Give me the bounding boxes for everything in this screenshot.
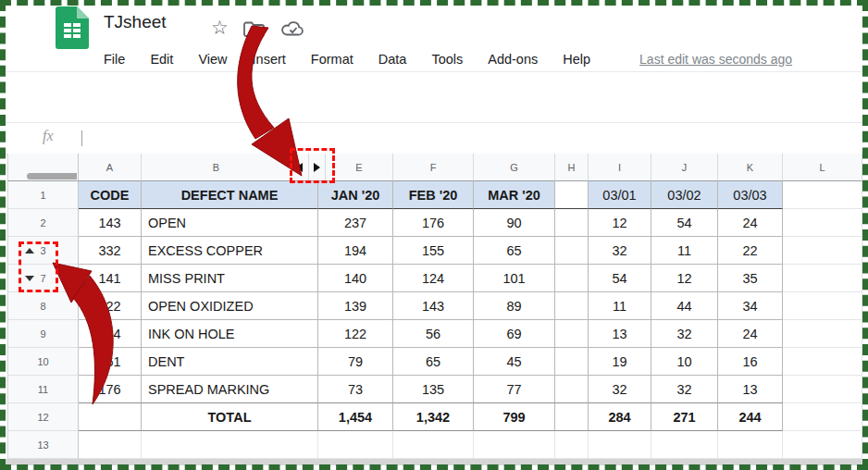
cell-B1[interactable]: DEFECT NAME <box>142 181 318 209</box>
cell-B8[interactable]: OPEN OXIDIZED <box>142 292 318 320</box>
row-header-2[interactable]: 2 <box>7 209 79 237</box>
row-header-13[interactable]: 13 <box>7 431 79 459</box>
cell-H3[interactable] <box>555 237 589 265</box>
cell-H8[interactable] <box>555 292 589 320</box>
row-header-12[interactable]: 12 <box>7 403 79 431</box>
cell-B7[interactable]: MISS PRINT <box>142 265 318 292</box>
cell-A2[interactable]: 143 <box>79 209 142 237</box>
cell-G1[interactable]: MAR '20 <box>474 181 555 209</box>
cell-H11[interactable] <box>555 376 589 403</box>
cell-J8[interactable]: 44 <box>651 292 718 320</box>
cell-K11[interactable]: 13 <box>718 376 783 403</box>
cell-B10[interactable]: DENT <box>142 348 318 376</box>
unhide-columns-left-button[interactable] <box>291 154 308 180</box>
column-header-B[interactable]: B <box>142 154 291 181</box>
cell-F1[interactable]: FEB '20 <box>393 181 474 209</box>
cell-F9[interactable]: 56 <box>393 320 474 348</box>
cell-G2[interactable]: 90 <box>474 209 555 237</box>
cell-H9[interactable] <box>555 320 589 348</box>
cell-E9[interactable]: 122 <box>318 320 393 348</box>
cell-G10[interactable]: 45 <box>474 348 555 376</box>
cell-E8[interactable]: 139 <box>318 292 393 320</box>
cell-E1[interactable]: JAN '20 <box>318 181 393 209</box>
cell-L9[interactable] <box>783 320 862 348</box>
column-header-J[interactable]: J <box>651 154 718 181</box>
cell-H7[interactable] <box>555 265 589 292</box>
cell-J9[interactable]: 32 <box>651 320 718 348</box>
cell-F7[interactable]: 124 <box>393 265 474 292</box>
cell-F3[interactable]: 155 <box>393 237 474 265</box>
cell-E13[interactable] <box>318 431 393 459</box>
unhide-rows-down-button[interactable] <box>23 272 36 285</box>
cell-K12[interactable]: 244 <box>718 403 783 431</box>
row-header-3[interactable]: 3 <box>7 237 79 265</box>
cell-I8[interactable]: 11 <box>589 292 651 320</box>
cell-F13[interactable] <box>393 431 474 459</box>
cell-B13[interactable] <box>142 431 318 459</box>
cell-K8[interactable]: 34 <box>718 292 783 320</box>
cell-J2[interactable]: 54 <box>651 209 718 237</box>
cell-L12[interactable] <box>783 403 862 431</box>
cell-K13[interactable] <box>718 431 783 459</box>
cell-H12[interactable] <box>555 403 589 431</box>
cell-E2[interactable]: 237 <box>318 209 393 237</box>
cell-I10[interactable]: 19 <box>589 348 651 376</box>
cell-K10[interactable]: 16 <box>718 348 783 376</box>
row-header-10[interactable]: 10 <box>7 348 79 376</box>
cell-I7[interactable]: 54 <box>589 265 651 292</box>
cell-I3[interactable]: 32 <box>589 237 651 265</box>
column-header-H[interactable]: H <box>555 154 589 181</box>
cell-H10[interactable] <box>555 348 589 376</box>
cell-K2[interactable]: 24 <box>718 209 783 237</box>
cell-L10[interactable] <box>783 348 862 376</box>
cell-G7[interactable]: 101 <box>474 265 555 292</box>
row-header-8[interactable]: 8 <box>7 292 79 320</box>
cell-A1[interactable]: CODE <box>79 181 142 209</box>
cell-E12[interactable]: 1,454 <box>318 403 393 431</box>
cell-G12[interactable]: 799 <box>474 403 555 431</box>
cell-A9[interactable]: 234 <box>79 320 142 348</box>
cell-L1[interactable] <box>783 181 862 209</box>
cell-F11[interactable]: 135 <box>393 376 474 403</box>
cell-B11[interactable]: SPREAD MARKING <box>142 376 318 403</box>
cell-A13[interactable] <box>79 431 142 459</box>
cell-I2[interactable]: 12 <box>589 209 651 237</box>
row-header-9[interactable]: 9 <box>7 320 79 348</box>
column-header-L[interactable]: L <box>783 154 862 181</box>
cell-A10[interactable]: 161 <box>79 348 142 376</box>
cell-A8[interactable]: 122 <box>79 292 142 320</box>
cell-A7[interactable]: 141 <box>79 265 142 292</box>
row-header-11[interactable]: 11 <box>7 376 79 403</box>
cell-L7[interactable] <box>783 265 862 292</box>
cell-I1[interactable]: 03/01 <box>589 181 651 209</box>
cell-G8[interactable]: 89 <box>474 292 555 320</box>
cell-F2[interactable]: 176 <box>393 209 474 237</box>
cell-L2[interactable] <box>783 209 862 237</box>
cell-A3[interactable]: 332 <box>79 237 142 265</box>
cell-K7[interactable]: 35 <box>718 265 783 292</box>
cell-J1[interactable]: 03/02 <box>651 181 718 209</box>
cell-J7[interactable]: 12 <box>651 265 718 292</box>
cell-J10[interactable]: 10 <box>651 348 718 376</box>
cell-J3[interactable]: 11 <box>651 237 718 265</box>
column-header-F[interactable]: F <box>393 154 474 181</box>
cell-I9[interactable]: 13 <box>589 320 651 348</box>
cell-K3[interactable]: 22 <box>718 237 783 265</box>
cell-G11[interactable]: 77 <box>474 376 555 403</box>
cell-B9[interactable]: INK ON HOLE <box>142 320 318 348</box>
cell-F12[interactable]: 1,342 <box>393 403 474 431</box>
cell-L11[interactable] <box>783 376 862 403</box>
cell-B3[interactable]: EXCESS COPPER <box>142 237 318 265</box>
cell-K1[interactable]: 03/03 <box>718 181 783 209</box>
cell-A11[interactable]: 176 <box>79 376 142 403</box>
cell-G3[interactable]: 65 <box>474 237 555 265</box>
cell-L3[interactable] <box>783 237 862 265</box>
cell-B12[interactable]: TOTAL <box>142 403 318 431</box>
cell-J12[interactable]: 271 <box>651 403 718 431</box>
column-header-K[interactable]: K <box>718 154 783 181</box>
cell-H2[interactable] <box>555 209 589 237</box>
cell-B2[interactable]: OPEN <box>142 209 318 237</box>
cell-E3[interactable]: 194 <box>318 237 393 265</box>
column-header-I[interactable]: I <box>589 154 651 181</box>
cell-H13[interactable] <box>555 431 589 459</box>
